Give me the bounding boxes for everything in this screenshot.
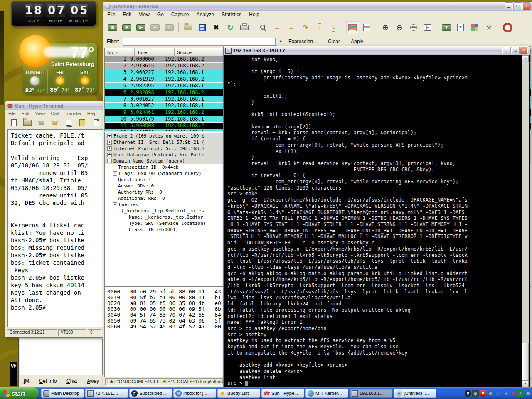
aim-chat-button[interactable]: Chat bbox=[66, 378, 77, 384]
find-button[interactable] bbox=[256, 21, 270, 34]
capture-stop-button[interactable]: ● bbox=[148, 21, 162, 34]
capture-interfaces-button[interactable]: ≣ bbox=[106, 21, 119, 34]
copy-button[interactable] bbox=[64, 118, 74, 127]
aim-buddy-list-window[interactable]: IMGet InfoChatAway bbox=[18, 337, 104, 387]
go-bottom-button[interactable]: ↓ bbox=[327, 21, 340, 34]
aim-im-button[interactable]: IM bbox=[24, 378, 29, 384]
menu-analyze[interactable]: Analyze bbox=[193, 11, 218, 19]
taskbar-button[interactable]: ϟ72.4.161.... bbox=[85, 389, 128, 398]
collapse-icon[interactable]: - bbox=[107, 159, 112, 163]
putty-close-button[interactable]: ✕ bbox=[520, 47, 528, 54]
apply-button[interactable]: Apply bbox=[348, 38, 366, 45]
expand-icon[interactable]: + bbox=[107, 140, 112, 145]
menu-edit[interactable]: Edit bbox=[19, 110, 32, 117]
help-button[interactable] bbox=[501, 21, 514, 34]
zoom-100-button[interactable]: 1:1 bbox=[407, 21, 420, 34]
menu-view[interactable]: View bbox=[135, 11, 153, 19]
menu-capture[interactable]: Capture bbox=[167, 11, 193, 19]
ethereal-minimize-button[interactable]: ▁ bbox=[505, 3, 513, 10]
expand-icon[interactable]: + bbox=[107, 134, 112, 138]
properties-button[interactable] bbox=[91, 118, 101, 127]
capture-start-button[interactable]: ▶ bbox=[134, 21, 148, 34]
scrollbar-thumb[interactable] bbox=[522, 343, 529, 380]
column-header-time[interactable]: Time bbox=[135, 48, 175, 56]
call-button[interactable]: ☎ bbox=[36, 118, 46, 127]
aim-away-button[interactable]: Away bbox=[87, 378, 99, 384]
colorize-button[interactable] bbox=[346, 21, 359, 34]
menu-statistics[interactable]: Statistics bbox=[218, 11, 245, 19]
menu-call[interactable]: Call bbox=[48, 110, 62, 117]
expand-icon[interactable]: + bbox=[107, 146, 112, 151]
expression-button[interactable]: Expression... bbox=[286, 38, 320, 45]
resize-columns-button[interactable]: ↔ bbox=[421, 21, 434, 34]
ethereal-close-button[interactable]: ✕ bbox=[522, 3, 530, 10]
ethereal-titlebar[interactable]: (Untitled) - Ethereal ▁□✕ bbox=[103, 2, 532, 11]
ethereal-maximize-button[interactable]: □ bbox=[514, 3, 522, 10]
tray-gear-icon[interactable]: ◉ bbox=[472, 390, 479, 397]
zoom-in-button[interactable]: ⊕ bbox=[379, 21, 392, 34]
menu-file[interactable]: File bbox=[5, 110, 19, 117]
taskbar-button[interactable]: ◗MIT Kerber... bbox=[305, 389, 348, 398]
tray-lamp-icon[interactable]: ♨ bbox=[495, 390, 501, 397]
expand-icon[interactable]: + bbox=[113, 171, 117, 176]
taskbar-button[interactable]: #Subscribed... bbox=[129, 389, 172, 398]
capture-filter-button[interactable]: ▼ bbox=[440, 21, 453, 34]
menu-help[interactable]: Help bbox=[245, 11, 263, 19]
putty-scrollbar[interactable]: ▲ ▼ bbox=[522, 55, 529, 387]
tray-print-icon[interactable]: ✓ bbox=[517, 390, 524, 397]
preferences-button[interactable]: ⚒ bbox=[482, 21, 495, 34]
buddy-list-area[interactable] bbox=[20, 339, 103, 375]
go-to-packet-button[interactable]: ↷ bbox=[299, 21, 312, 34]
expand-icon[interactable]: + bbox=[107, 153, 112, 157]
putty-titlebar[interactable]: ϟ 192.168.168.3 - PuTTY ▁□✕ bbox=[224, 46, 530, 55]
menu-go[interactable]: Go bbox=[153, 11, 167, 19]
tray-away-icon[interactable]: ☻ bbox=[525, 390, 531, 397]
menu-transfer[interactable]: Transfer bbox=[62, 110, 84, 117]
taskbar-button[interactable]: ☎Sun - Hype... bbox=[261, 389, 304, 398]
menu-edit[interactable]: Edit bbox=[119, 11, 135, 19]
scroll-up-icon[interactable]: ▲ bbox=[522, 55, 529, 62]
start-button[interactable]: start bbox=[0, 387, 39, 399]
taskbar-button[interactable]: ✉Inbox for j... bbox=[173, 389, 216, 398]
capture-options-button[interactable]: ✱ bbox=[120, 21, 133, 34]
taskbar-button[interactable]: ◉(Untitled) -... bbox=[394, 389, 436, 398]
putty-maximize-button[interactable]: □ bbox=[511, 47, 519, 54]
go-forward-button[interactable]: → bbox=[285, 21, 298, 34]
new-document-button[interactable] bbox=[9, 118, 19, 127]
display-filter-button[interactable]: ▼ bbox=[454, 21, 467, 34]
tray-volume-icon[interactable]: ◄ bbox=[502, 390, 509, 397]
tray-sync-icon[interactable]: ↻ bbox=[510, 390, 516, 397]
clock-widget[interactable]: 1 8 0 7 0 5 DATE HOUR MINUTE bbox=[11, 1, 96, 27]
tray-aim-icon[interactable]: ☻ bbox=[487, 390, 494, 397]
putty-window[interactable]: ϟ 192.168.168.3 - PuTTY ▁□✕ int kvno; if… bbox=[223, 46, 530, 388]
hyperterminal-titlebar[interactable]: ☎ Sun - HyperTerminal bbox=[5, 101, 104, 110]
paste-button[interactable] bbox=[77, 118, 87, 127]
putty-minimize-button[interactable]: ▁ bbox=[502, 47, 510, 54]
save-file-button[interactable] bbox=[195, 21, 209, 34]
menu-view[interactable]: View bbox=[32, 110, 48, 117]
hang-up-button[interactable]: ☎ bbox=[50, 118, 60, 127]
collapse-icon[interactable]: - bbox=[113, 202, 117, 207]
hyperterminal-window[interactable]: ☎ Sun - HyperTerminal FileEditViewCallTr… bbox=[5, 101, 105, 337]
taskbar-button[interactable]: ☻Buddy List bbox=[217, 389, 260, 398]
tray-irc-icon[interactable]: # bbox=[465, 390, 471, 397]
tray-shield-icon[interactable]: ✖ bbox=[480, 390, 486, 397]
putty-terminal[interactable]: int kvno; if (argc != 5) { printf("asetk… bbox=[224, 55, 522, 387]
taskbar-button[interactable]: Palm Desktop bbox=[41, 389, 84, 398]
autoscroll-button[interactable]: ↓ bbox=[360, 21, 373, 34]
filter-label[interactable]: Filter: bbox=[107, 39, 119, 44]
close-file-button[interactable]: ✖ bbox=[209, 21, 223, 34]
coloring-rules-button[interactable] bbox=[468, 21, 481, 34]
capture-restart-button[interactable]: ↻ bbox=[163, 21, 176, 34]
zoom-out-button[interactable]: ⊖ bbox=[393, 21, 406, 34]
go-top-button[interactable]: ↑ bbox=[313, 21, 326, 34]
hyperterminal-terminal[interactable]: Ticket cache: FILE:/t Default principal:… bbox=[7, 129, 103, 327]
open-file-button[interactable] bbox=[181, 21, 195, 34]
column-header-no[interactable]: No.▾ bbox=[105, 48, 135, 56]
collapse-icon[interactable]: - bbox=[118, 209, 123, 213]
aim-get-info-button[interactable]: Get Info bbox=[39, 378, 57, 384]
filter-input[interactable] bbox=[123, 38, 276, 46]
reload-button[interactable]: ↻ bbox=[224, 21, 237, 34]
menu-file[interactable]: File bbox=[103, 11, 119, 19]
open-folder-button[interactable] bbox=[22, 118, 32, 127]
